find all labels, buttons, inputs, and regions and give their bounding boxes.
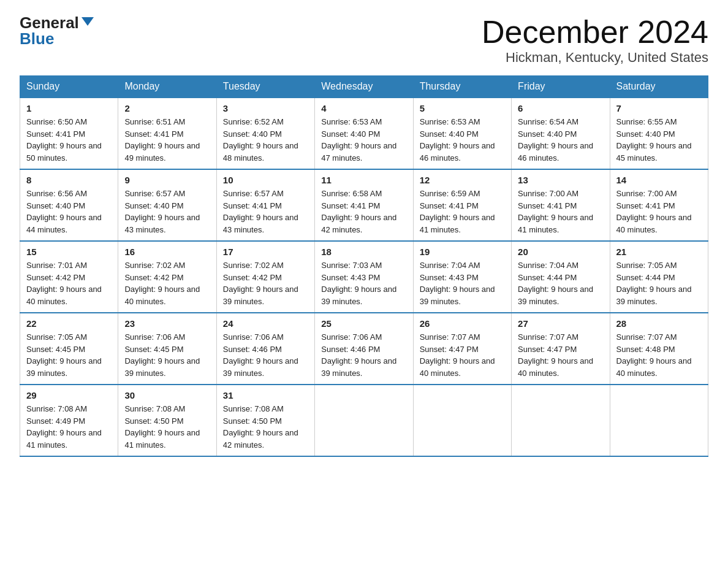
day-info: Sunrise: 7:00 AM Sunset: 4:41 PM Dayligh… — [616, 188, 702, 236]
calendar-table: Sunday Monday Tuesday Wednesday Thursday… — [20, 75, 708, 457]
day-info: Sunrise: 6:51 AM Sunset: 4:41 PM Dayligh… — [124, 116, 210, 164]
table-row: 18 Sunrise: 7:03 AM Sunset: 4:43 PM Dayl… — [315, 241, 413, 313]
day-number: 4 — [321, 103, 406, 113]
table-row: 27 Sunrise: 7:07 AM Sunset: 4:47 PM Dayl… — [512, 313, 610, 385]
day-info: Sunrise: 6:58 AM Sunset: 4:41 PM Dayligh… — [321, 188, 406, 236]
day-number: 13 — [518, 175, 603, 185]
calendar-week-row: 29 Sunrise: 7:08 AM Sunset: 4:49 PM Dayl… — [20, 385, 708, 456]
day-info: Sunrise: 7:01 AM Sunset: 4:42 PM Dayligh… — [26, 259, 112, 307]
day-info: Sunrise: 7:06 AM Sunset: 4:46 PM Dayligh… — [321, 331, 406, 379]
col-tuesday: Tuesday — [216, 76, 314, 98]
day-info: Sunrise: 6:57 AM Sunset: 4:40 PM Dayligh… — [124, 188, 210, 236]
day-info: Sunrise: 7:08 AM Sunset: 4:49 PM Dayligh… — [26, 403, 112, 451]
table-row: 26 Sunrise: 7:07 AM Sunset: 4:47 PM Dayl… — [413, 313, 511, 385]
logo-blue-text: Blue — [20, 31, 54, 47]
table-row: 6 Sunrise: 6:54 AM Sunset: 4:40 PM Dayli… — [512, 98, 610, 169]
calendar-header-row: Sunday Monday Tuesday Wednesday Thursday… — [20, 76, 708, 98]
calendar-week-row: 15 Sunrise: 7:01 AM Sunset: 4:42 PM Dayl… — [20, 241, 708, 313]
page-header: General Blue December 2024 Hickman, Kent… — [20, 15, 708, 66]
table-row: 11 Sunrise: 6:58 AM Sunset: 4:41 PM Dayl… — [315, 169, 413, 241]
table-row: 23 Sunrise: 7:06 AM Sunset: 4:45 PM Dayl… — [118, 313, 216, 385]
day-info: Sunrise: 6:55 AM Sunset: 4:40 PM Dayligh… — [616, 116, 702, 164]
logo-general-text: General — [20, 15, 79, 31]
col-monday: Monday — [118, 76, 216, 98]
day-number: 12 — [420, 175, 505, 185]
day-number: 22 — [26, 318, 112, 329]
title-block: December 2024 Hickman, Kentucky, United … — [482, 15, 708, 66]
day-number: 26 — [420, 318, 505, 329]
day-info: Sunrise: 6:54 AM Sunset: 4:40 PM Dayligh… — [518, 116, 603, 164]
table-row: 31 Sunrise: 7:08 AM Sunset: 4:50 PM Dayl… — [216, 385, 314, 456]
col-saturday: Saturday — [610, 76, 708, 98]
day-info: Sunrise: 6:53 AM Sunset: 4:40 PM Dayligh… — [321, 116, 406, 164]
day-info: Sunrise: 7:00 AM Sunset: 4:41 PM Dayligh… — [518, 188, 603, 236]
table-row: 10 Sunrise: 6:57 AM Sunset: 4:41 PM Dayl… — [216, 169, 314, 241]
table-row: 19 Sunrise: 7:04 AM Sunset: 4:43 PM Dayl… — [413, 241, 511, 313]
table-row: 7 Sunrise: 6:55 AM Sunset: 4:40 PM Dayli… — [610, 98, 708, 169]
day-number: 16 — [124, 247, 210, 257]
col-wednesday: Wednesday — [315, 76, 413, 98]
table-row: 17 Sunrise: 7:02 AM Sunset: 4:42 PM Dayl… — [216, 241, 314, 313]
calendar-week-row: 1 Sunrise: 6:50 AM Sunset: 4:41 PM Dayli… — [20, 98, 708, 169]
calendar-week-row: 8 Sunrise: 6:56 AM Sunset: 4:40 PM Dayli… — [20, 169, 708, 241]
day-number: 18 — [321, 247, 406, 257]
day-number: 17 — [223, 247, 308, 257]
logo: General Blue — [20, 15, 94, 47]
day-info: Sunrise: 6:52 AM Sunset: 4:40 PM Dayligh… — [223, 116, 308, 164]
table-row: 29 Sunrise: 7:08 AM Sunset: 4:49 PM Dayl… — [20, 385, 118, 456]
day-info: Sunrise: 7:06 AM Sunset: 4:45 PM Dayligh… — [124, 331, 210, 379]
table-row: 21 Sunrise: 7:05 AM Sunset: 4:44 PM Dayl… — [610, 241, 708, 313]
table-row: 1 Sunrise: 6:50 AM Sunset: 4:41 PM Dayli… — [20, 98, 118, 169]
day-info: Sunrise: 7:02 AM Sunset: 4:42 PM Dayligh… — [124, 259, 210, 307]
day-info: Sunrise: 6:57 AM Sunset: 4:41 PM Dayligh… — [223, 188, 308, 236]
table-row: 13 Sunrise: 7:00 AM Sunset: 4:41 PM Dayl… — [512, 169, 610, 241]
day-number: 21 — [616, 247, 702, 257]
table-row: 24 Sunrise: 7:06 AM Sunset: 4:46 PM Dayl… — [216, 313, 314, 385]
table-row: 4 Sunrise: 6:53 AM Sunset: 4:40 PM Dayli… — [315, 98, 413, 169]
day-info: Sunrise: 7:04 AM Sunset: 4:44 PM Dayligh… — [518, 259, 603, 307]
day-number: 27 — [518, 318, 603, 329]
table-row — [610, 385, 708, 456]
table-row: 15 Sunrise: 7:01 AM Sunset: 4:42 PM Dayl… — [20, 241, 118, 313]
day-number: 28 — [616, 318, 702, 329]
day-number: 3 — [223, 103, 308, 113]
col-thursday: Thursday — [413, 76, 511, 98]
day-number: 2 — [124, 103, 210, 113]
day-info: Sunrise: 7:05 AM Sunset: 4:44 PM Dayligh… — [616, 259, 702, 307]
table-row: 30 Sunrise: 7:08 AM Sunset: 4:50 PM Dayl… — [118, 385, 216, 456]
day-number: 7 — [616, 103, 702, 113]
day-number: 8 — [26, 175, 112, 185]
day-number: 1 — [26, 103, 112, 113]
day-info: Sunrise: 7:08 AM Sunset: 4:50 PM Dayligh… — [223, 403, 308, 451]
day-info: Sunrise: 6:59 AM Sunset: 4:41 PM Dayligh… — [420, 188, 505, 236]
day-info: Sunrise: 7:07 AM Sunset: 4:47 PM Dayligh… — [518, 331, 603, 379]
table-row — [413, 385, 511, 456]
table-row: 2 Sunrise: 6:51 AM Sunset: 4:41 PM Dayli… — [118, 98, 216, 169]
table-row: 5 Sunrise: 6:53 AM Sunset: 4:40 PM Dayli… — [413, 98, 511, 169]
table-row: 14 Sunrise: 7:00 AM Sunset: 4:41 PM Dayl… — [610, 169, 708, 241]
col-friday: Friday — [512, 76, 610, 98]
day-info: Sunrise: 7:04 AM Sunset: 4:43 PM Dayligh… — [420, 259, 505, 307]
table-row: 12 Sunrise: 6:59 AM Sunset: 4:41 PM Dayl… — [413, 169, 511, 241]
day-info: Sunrise: 6:56 AM Sunset: 4:40 PM Dayligh… — [26, 188, 112, 236]
day-number: 25 — [321, 318, 406, 329]
day-number: 30 — [124, 390, 210, 400]
day-number: 5 — [420, 103, 505, 113]
month-title: December 2024 — [482, 15, 708, 50]
table-row — [512, 385, 610, 456]
day-number: 6 — [518, 103, 603, 113]
table-row: 3 Sunrise: 6:52 AM Sunset: 4:40 PM Dayli… — [216, 98, 314, 169]
col-sunday: Sunday — [20, 76, 118, 98]
day-info: Sunrise: 7:03 AM Sunset: 4:43 PM Dayligh… — [321, 259, 406, 307]
day-info: Sunrise: 6:53 AM Sunset: 4:40 PM Dayligh… — [420, 116, 505, 164]
table-row: 8 Sunrise: 6:56 AM Sunset: 4:40 PM Dayli… — [20, 169, 118, 241]
location-text: Hickman, Kentucky, United States — [482, 50, 708, 66]
day-number: 29 — [26, 390, 112, 400]
table-row: 9 Sunrise: 6:57 AM Sunset: 4:40 PM Dayli… — [118, 169, 216, 241]
day-number: 24 — [223, 318, 308, 329]
day-info: Sunrise: 6:50 AM Sunset: 4:41 PM Dayligh… — [26, 116, 112, 164]
day-info: Sunrise: 7:07 AM Sunset: 4:47 PM Dayligh… — [420, 331, 505, 379]
day-number: 9 — [124, 175, 210, 185]
day-info: Sunrise: 7:06 AM Sunset: 4:46 PM Dayligh… — [223, 331, 308, 379]
day-number: 19 — [420, 247, 505, 257]
